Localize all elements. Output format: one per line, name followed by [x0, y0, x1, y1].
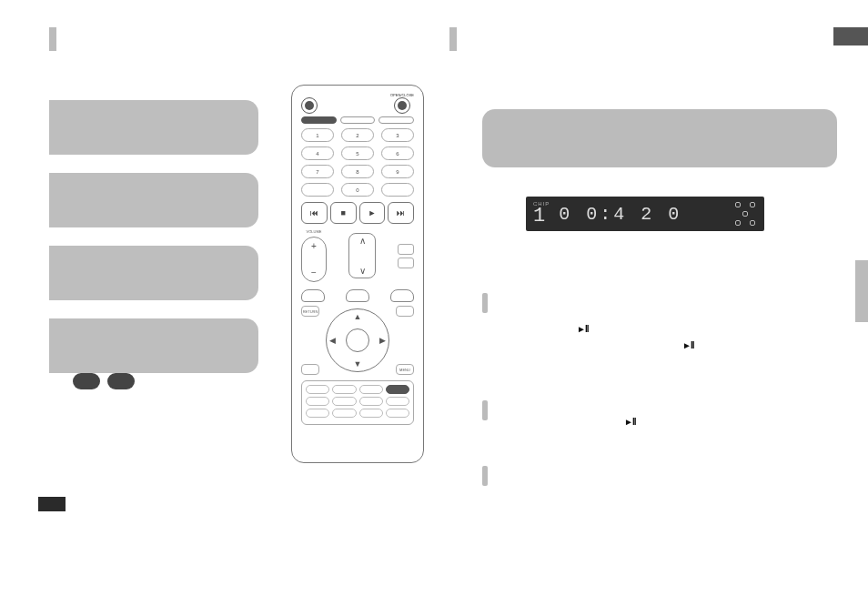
mode-button-3 — [378, 116, 414, 124]
right-accent-3 — [482, 466, 488, 486]
play-pause-glyph-1: ►II — [577, 324, 588, 334]
dpad-left-icon: ◀ — [329, 336, 336, 345]
next-button-icon: ⏭ — [388, 202, 414, 224]
volume-label: VOLUME — [307, 229, 322, 234]
menu-button-icon: MENU — [396, 364, 414, 375]
bot-btn-r1c4 — [386, 385, 409, 394]
instruction-step-1 — [49, 100, 258, 155]
right-intro-box — [482, 109, 837, 167]
bot-btn-r2c1 — [306, 397, 329, 406]
corner-bl-button — [301, 364, 319, 375]
num-7: 7 — [301, 165, 334, 178]
vfd-display: CHIP 1 0 0:4 2 0 — [526, 197, 764, 231]
arc-button-right — [390, 289, 414, 302]
instruction-step-3 — [49, 246, 258, 300]
bot-btn-r2c4 — [386, 397, 409, 406]
arc-button-mid — [346, 289, 369, 302]
num-2: 2 — [341, 128, 374, 142]
side-button-a — [398, 244, 414, 255]
bot-btn-r2c3 — [359, 397, 383, 406]
vfd-speaker-icon — [733, 202, 757, 226]
vfd-time-readout: 0 0:4 2 0 — [559, 204, 724, 225]
mode-button-2 — [340, 116, 376, 124]
num-6: 6 — [381, 146, 414, 160]
num-8: 8 — [341, 165, 374, 178]
badge-pill-a — [73, 373, 100, 389]
power-button-icon — [301, 97, 318, 114]
instruction-step-4 — [49, 318, 258, 373]
num-9: 9 — [381, 165, 414, 178]
bot-btn-r1c1 — [306, 385, 329, 394]
accent-bar-mid — [449, 27, 457, 51]
accent-bar-left — [49, 27, 56, 51]
play-button-icon: ► — [359, 202, 386, 224]
bot-btn-r3c4 — [386, 409, 409, 418]
bot-btn-r3c1 — [306, 409, 329, 418]
num-5: 5 — [341, 146, 374, 160]
num-misc-a — [301, 183, 334, 197]
bot-btn-r2c2 — [332, 397, 356, 406]
right-accent-1 — [482, 293, 488, 313]
stop-button-icon: ■ — [330, 202, 357, 224]
bot-btn-r1c3 — [359, 385, 383, 394]
remote-illustration: OPEN/CLOSE 1 2 3 4 5 6 7 8 9 0 ⏮ ■ ► ⏭ V… — [291, 85, 424, 463]
numpad: 1 2 3 4 5 6 7 8 9 0 — [301, 128, 414, 197]
instruction-step-2 — [49, 173, 258, 227]
num-0: 0 — [341, 183, 374, 197]
dpad-down-icon: ▼ — [354, 359, 362, 369]
dpad-right-icon: ▶ — [379, 336, 386, 345]
num-4: 4 — [301, 146, 334, 160]
mode-button-1 — [301, 116, 337, 124]
play-pause-glyph-2: ►II — [682, 340, 693, 350]
bot-btn-r1c2 — [332, 385, 356, 394]
side-tab — [855, 260, 868, 322]
num-1: 1 — [301, 128, 334, 142]
dpad-ring-icon: ▲ ▼ ◀ ▶ — [326, 308, 389, 372]
bot-btn-r3c2 — [332, 409, 356, 418]
right-accent-2 — [482, 400, 488, 420]
bottom-panel — [301, 380, 414, 425]
dpad-enter-icon — [346, 328, 369, 352]
play-pause-glyph-3: ►II — [624, 417, 635, 427]
num-3: 3 — [381, 128, 414, 142]
corner-tab — [833, 27, 868, 45]
open-close-button-icon — [394, 97, 410, 114]
num-misc-b — [381, 183, 414, 197]
dpad-up-icon: ▲ — [354, 312, 362, 321]
side-button-b — [398, 258, 414, 268]
badge-pill-b — [107, 373, 135, 389]
prev-button-icon: ⏮ — [301, 202, 328, 224]
arc-button-left — [301, 289, 325, 302]
vfd-track-number: 1 — [533, 207, 546, 227]
volume-rocker-icon: + − — [301, 237, 327, 282]
corner-tr-button — [396, 306, 414, 317]
channel-rocker-icon: ∧ ∨ — [348, 233, 376, 278]
return-button-icon: RETURN — [301, 306, 319, 317]
note-label — [38, 497, 66, 511]
bot-btn-r3c3 — [359, 409, 383, 418]
